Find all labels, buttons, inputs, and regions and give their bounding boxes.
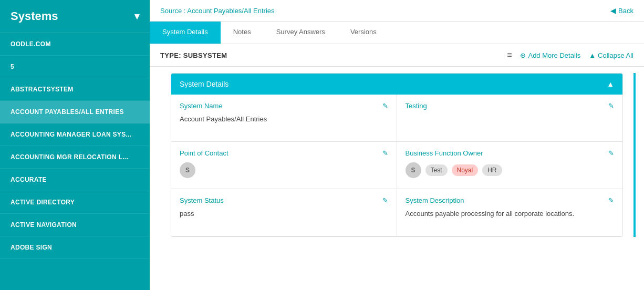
detail-cell-5: System Description✎Accounts payable proc…	[397, 189, 623, 236]
detail-cell-title-4: System Status✎	[180, 196, 388, 204]
sidebar-item-7[interactable]: ACTIVE DIRECTORY	[0, 191, 150, 214]
type-bar: TYPE: SUBSYSTEM ≡ ⊕ Add More Details ▲ C…	[150, 44, 644, 67]
sidebar-header[interactable]: Systems ▾	[0, 0, 150, 33]
detail-cell-0: System Name✎Account Payables/All Entries	[171, 95, 397, 142]
main-content: TYPE: SUBSYSTEM ≡ ⊕ Add More Details ▲ C…	[150, 44, 644, 290]
detail-cell-1: Testing✎	[397, 95, 623, 142]
sidebar-chevron-down-icon[interactable]: ▾	[134, 11, 139, 22]
tab-system-details[interactable]: System Details	[150, 22, 221, 44]
back-arrow-icon: ◀	[610, 6, 616, 15]
detail-cell-title-0: System Name✎	[180, 102, 388, 110]
type-actions: ≡ ⊕ Add More Details ▲ Collapse All	[507, 50, 633, 60]
field-title-5: System Description	[406, 196, 464, 204]
sidebar-item-2[interactable]: ABSTRACTSYSTEM	[0, 78, 150, 101]
detail-cell-title-5: System Description✎	[406, 196, 615, 204]
field-title-4: System Status	[180, 196, 224, 204]
sidebar-item-5[interactable]: ACCOUNTING MGR RELOCATION L...	[0, 146, 150, 169]
back-label: Back	[618, 7, 633, 15]
tag-2[interactable]: HR	[482, 164, 502, 176]
field-value-0: Account Payables/All Entries	[180, 115, 388, 123]
tab-versions[interactable]: Versions	[338, 22, 389, 44]
sidebar-item-6[interactable]: ACCURATE	[0, 169, 150, 191]
sidebar-item-3[interactable]: ACCOUNT PAYABLES/ALL ENTRIES	[0, 101, 150, 123]
collapse-all-button[interactable]: ▲ Collapse All	[589, 51, 633, 59]
add-more-button[interactable]: ⊕ Add More Details	[520, 51, 580, 59]
detail-cell-2: Point of Contact✎S	[171, 142, 397, 189]
details-grid: System Name✎Account Payables/All Entries…	[171, 95, 622, 236]
add-more-label: Add More Details	[528, 51, 580, 59]
tag-1[interactable]: Noyal	[452, 164, 479, 176]
tab-notes[interactable]: Notes	[221, 22, 264, 44]
detail-cell-title-3: Business Function Owner✎	[406, 149, 615, 157]
edit-icon-5[interactable]: ✎	[608, 196, 614, 204]
sidebar-item-8[interactable]: ACTIVE NAVIGATION	[0, 214, 150, 236]
sidebar: Systems ▾ OODLE.COM5ABSTRACTSYSTEMACCOUN…	[0, 0, 150, 290]
section-header[interactable]: System Details ▲	[171, 74, 622, 95]
field-title-3: Business Function Owner	[406, 149, 483, 157]
avatar-owner[interactable]: S	[406, 162, 421, 178]
edit-icon-0[interactable]: ✎	[382, 102, 388, 110]
sidebar-item-9[interactable]: ADOBE SIGN	[0, 236, 150, 259]
main-panel: Source : Account Payables/All Entries ◀ …	[150, 0, 644, 290]
tag-0[interactable]: Test	[425, 164, 448, 176]
sidebar-item-0[interactable]: OODLE.COM	[0, 33, 150, 56]
collapse-icon: ▲	[589, 51, 596, 59]
sidebar-item-4[interactable]: ACCOUNTING MANAGER LOAN SYS...	[0, 123, 150, 146]
edit-icon-4[interactable]: ✎	[382, 196, 388, 204]
tabs-bar: System DetailsNotesSurvey AnswersVersion…	[150, 22, 644, 44]
section-collapse-icon: ▲	[607, 80, 614, 88]
menu-icon[interactable]: ≡	[507, 50, 512, 60]
breadcrumb: Source : Account Payables/All Entries	[160, 7, 275, 15]
detail-cell-3: Business Function Owner✎STestNoyalHR	[397, 142, 623, 189]
detail-cell-4: System Status✎pass	[171, 189, 397, 236]
field-value-4: pass	[180, 210, 388, 218]
plus-icon: ⊕	[520, 51, 526, 59]
sidebar-item-1[interactable]: 5	[0, 56, 150, 78]
sidebar-title: Systems	[11, 9, 58, 23]
edit-icon-3[interactable]: ✎	[608, 149, 614, 157]
detail-cell-title-2: Point of Contact✎	[180, 149, 388, 157]
collapse-all-label: Collapse All	[598, 51, 633, 59]
section-wrapper: System Details ▲ System Name✎Account Pay…	[160, 73, 633, 237]
field-title-0: System Name	[180, 102, 223, 110]
avatar-0[interactable]: S	[180, 162, 195, 178]
field-title-1: Testing	[406, 102, 427, 110]
tab-survey-answers[interactable]: Survey Answers	[264, 22, 338, 44]
back-button[interactable]: ◀ Back	[610, 6, 633, 15]
avatar-row-2: S	[180, 162, 388, 178]
field-title-2: Point of Contact	[180, 149, 228, 157]
field-value-5: Accounts payable processing for all corp…	[406, 210, 615, 218]
breadcrumb-bar: Source : Account Payables/All Entries ◀ …	[150, 0, 644, 22]
sidebar-list: OODLE.COM5ABSTRACTSYSTEMACCOUNT PAYABLES…	[0, 33, 150, 290]
detail-cell-title-1: Testing✎	[406, 102, 615, 110]
tags-row-3: STestNoyalHR	[406, 162, 615, 178]
system-details-section: System Details ▲ System Name✎Account Pay…	[171, 73, 623, 237]
edit-icon-1[interactable]: ✎	[608, 102, 614, 110]
section-title: System Details	[180, 80, 228, 88]
type-label: TYPE: SUBSYSTEM	[160, 51, 227, 59]
edit-icon-2[interactable]: ✎	[382, 149, 388, 157]
